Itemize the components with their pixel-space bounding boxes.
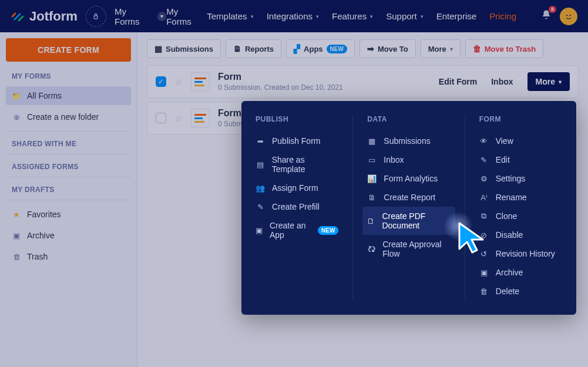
- svg-point-2: [566, 14, 567, 15]
- toolbar-apps[interactable]: ▞AppsNEW: [286, 39, 355, 58]
- row-favorite-star[interactable]: ☆: [174, 76, 183, 87]
- menu-analytics[interactable]: 📊Form Analytics: [362, 169, 455, 188]
- popover-col-publish: PUBLISH ➦Publish Form ▤Share as Template…: [241, 115, 353, 301]
- brand-logo[interactable]: Jotform: [11, 9, 78, 24]
- row-checkbox[interactable]: [156, 113, 166, 123]
- menu-archive[interactable]: ▣Archive: [475, 263, 567, 282]
- nav-enterprise[interactable]: Enterprise: [436, 11, 476, 21]
- menu-publish-form[interactable]: ➦Publish Form: [251, 132, 343, 150]
- archive-icon: ▣: [12, 231, 21, 240]
- row-more-button[interactable]: More▾: [527, 72, 570, 91]
- more-dropdown-menu: PUBLISH ➦Publish Form ▤Share as Template…: [241, 101, 576, 315]
- pencil-icon: ✎: [256, 203, 265, 211]
- menu-create-app[interactable]: ▣Create an AppNEW: [251, 216, 343, 244]
- nav-myforms[interactable]: My Forms: [166, 6, 194, 26]
- brand-name: Jotform: [29, 9, 78, 24]
- move-icon: ➡: [367, 44, 374, 53]
- menu-inbox[interactable]: ▭Inbox: [362, 150, 455, 169]
- menu-create-report[interactable]: 🗎Create Report: [362, 188, 455, 207]
- jotform-icon: [11, 9, 25, 23]
- menu-create-prefill[interactable]: ✎Create Prefill: [251, 197, 343, 216]
- menu-share-template[interactable]: ▤Share as Template: [251, 150, 343, 179]
- create-form-button[interactable]: CREATE FORM: [6, 38, 131, 62]
- divider: [6, 131, 131, 132]
- sidebar-item-allforms[interactable]: 📁All Forms: [6, 86, 131, 105]
- apps-icon: ▞: [294, 44, 300, 53]
- toolbar-more[interactable]: More▾: [421, 39, 461, 58]
- chevron-down-icon: ▾: [157, 12, 167, 21]
- new-badge: NEW: [318, 226, 338, 235]
- sidebar-item-archive[interactable]: ▣Archive: [6, 226, 131, 245]
- workspace-switcher[interactable]: My Forms ▾: [115, 6, 166, 26]
- pdf-icon: 🗋: [367, 217, 375, 225]
- chart-icon: 📊: [367, 174, 377, 183]
- plus-icon: ⊕: [12, 113, 21, 122]
- nav-templates[interactable]: Templates▾: [207, 11, 253, 21]
- form-list-row[interactable]: ✓ ☆ Form 0 Submission. Created on Dec 10…: [147, 65, 579, 98]
- chevron-down-icon: ▾: [559, 79, 562, 85]
- menu-create-pdf[interactable]: 🗋Create PDF Document: [362, 207, 455, 235]
- trash-icon: 🗑: [12, 252, 21, 261]
- menu-settings[interactable]: ⚙Settings: [475, 169, 567, 188]
- divider: [6, 177, 131, 177]
- workspace-label: My Forms: [115, 6, 153, 26]
- chevron-down-icon: ▾: [421, 14, 424, 19]
- trash-icon: 🗑: [473, 44, 481, 53]
- notification-badge: 8: [549, 6, 556, 13]
- delete-icon: 🗑: [479, 287, 489, 296]
- form-type-icon: [191, 72, 210, 91]
- popover-heading: PUBLISH: [256, 115, 338, 123]
- row-favorite-star[interactable]: ☆: [174, 113, 183, 124]
- nav-pricing[interactable]: Pricing: [489, 11, 516, 21]
- form-meta: 0 Submission. Created on Dec 10, 2021: [218, 83, 343, 92]
- sidebar-section-drafts[interactable]: MY DRAFTS: [12, 186, 125, 194]
- nav-support[interactable]: Support▾: [386, 11, 424, 21]
- sidebar-item-trash[interactable]: 🗑Trash: [6, 247, 131, 266]
- app-icon: ▣: [256, 226, 263, 235]
- menu-submissions[interactable]: ▦Submissions: [362, 132, 455, 150]
- row-edit-button[interactable]: Edit Form: [439, 77, 477, 86]
- chevron-down-icon: ▾: [370, 14, 373, 19]
- storage-indicator[interactable]: [86, 6, 106, 27]
- sidebar-section-shared[interactable]: SHARED WITH ME: [12, 140, 125, 148]
- sidebar: CREATE FORM MY FORMS 📁All Forms ⊕Create …: [0, 32, 137, 367]
- divider: [6, 154, 131, 154]
- main-nav: My Forms Templates▾ Integrations▾ Featur…: [166, 6, 577, 26]
- menu-create-approval[interactable]: 🗘Create Approval Flow: [362, 235, 455, 263]
- row-inbox-button[interactable]: Inbox: [491, 77, 513, 86]
- toolbar-reports[interactable]: 🗎Reports: [226, 39, 281, 58]
- chevron-down-icon: ▾: [251, 14, 254, 19]
- users-icon: 👥: [256, 184, 265, 193]
- toolbar-submissions[interactable]: ▦Submissions: [147, 39, 221, 58]
- sidebar-item-newfolder[interactable]: ⊕Create a new folder: [6, 107, 131, 126]
- chevron-down-icon: ▾: [316, 14, 319, 19]
- rename-icon: Aᴵ: [479, 193, 489, 202]
- menu-view[interactable]: 👁View: [475, 132, 567, 150]
- sidebar-item-favorites[interactable]: ★Favorites: [6, 205, 131, 224]
- nav-features[interactable]: Features▾: [332, 11, 373, 21]
- nav-integrations[interactable]: Integrations▾: [267, 11, 319, 21]
- toolbar: ▦Submissions 🗎Reports ▞AppsNEW ➡Move To …: [147, 39, 579, 58]
- toolbar-moveto[interactable]: ➡Move To: [359, 39, 416, 58]
- menu-assign-form[interactable]: 👥Assign Form: [251, 179, 343, 197]
- row-checkbox[interactable]: ✓: [156, 76, 166, 87]
- app-header: Jotform My Forms ▾ My Forms Templates▾ I…: [0, 0, 588, 32]
- grid-icon: ▦: [367, 137, 377, 146]
- star-icon: ★: [12, 210, 21, 219]
- sidebar-section-assigned[interactable]: ASSIGNED FORMS: [12, 163, 125, 171]
- new-badge: NEW: [327, 45, 347, 53]
- menu-delete[interactable]: 🗑Delete: [475, 282, 567, 301]
- user-avatar[interactable]: [560, 8, 577, 25]
- notifications-button[interactable]: 8: [541, 9, 552, 23]
- report-icon: 🗎: [233, 44, 241, 53]
- inbox-icon: ▭: [367, 156, 377, 164]
- template-icon: ▤: [256, 160, 265, 169]
- gear-icon: ⚙: [479, 174, 489, 183]
- toolbar-trash[interactable]: 🗑Move to Trash: [465, 39, 543, 58]
- menu-rename[interactable]: AᴵRename: [475, 188, 567, 207]
- edit-icon: ✎: [479, 156, 489, 164]
- menu-edit[interactable]: ✎Edit: [475, 150, 567, 169]
- form-name: Form: [218, 72, 343, 82]
- grid-icon: ▦: [154, 44, 162, 53]
- chevron-down-icon: ▾: [450, 46, 453, 52]
